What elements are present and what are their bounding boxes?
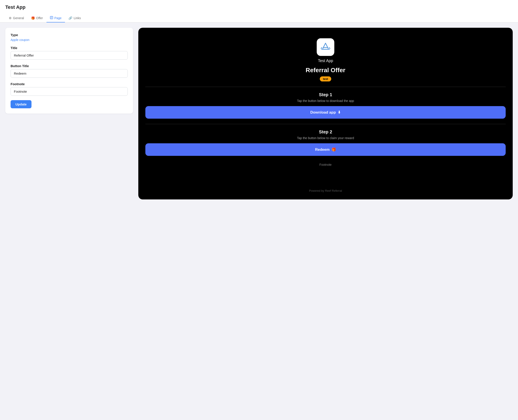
title-input[interactable] <box>11 51 128 60</box>
redeem-btn-label: Redeem <box>315 148 329 152</box>
preview-app-name: Test App <box>318 59 333 63</box>
download-app-button[interactable]: Download app ⬇ <box>145 106 506 119</box>
tab-offer-label: Offer <box>36 16 43 20</box>
type-value: Apple coupon <box>11 38 128 42</box>
button-title-input[interactable] <box>11 69 128 78</box>
title-label: Title <box>11 46 128 50</box>
step2-title: Step 2 <box>319 129 332 135</box>
divider-1 <box>145 87 506 87</box>
tab-offer[interactable]: 🎁 Offer <box>28 14 46 22</box>
tab-general-label: General <box>13 16 24 20</box>
step2-desc: Tap the button below to claim your rewar… <box>297 136 354 140</box>
svg-rect-1 <box>319 41 332 53</box>
divider-2 <box>145 124 506 124</box>
tab-page-label: Page <box>54 16 62 20</box>
preview-title: Referral Offer <box>306 67 346 74</box>
step1-title: Step 1 <box>319 92 332 97</box>
main-content: Type Apple coupon Title Button Title Foo… <box>0 22 518 205</box>
preview-badge: test <box>320 76 331 82</box>
type-label: Type <box>11 33 128 37</box>
tab-page[interactable]: Page <box>46 14 65 22</box>
powered-by: Powered by Reef Referral <box>309 189 342 192</box>
download-btn-label: Download app <box>310 110 336 115</box>
tab-general[interactable]: ⚙ General <box>5 14 28 22</box>
redeem-button[interactable]: Redeem 🎁 <box>145 143 506 156</box>
footnote-group: Footnote <box>11 82 128 96</box>
header: Test App ⚙ General 🎁 Offer Page 🔗 Links <box>0 0 518 22</box>
download-icon: ⬇ <box>338 110 341 115</box>
page-icon <box>50 16 53 20</box>
links-icon: 🔗 <box>69 16 72 20</box>
general-icon: ⚙ <box>9 16 12 20</box>
app-title: Test App <box>5 4 513 10</box>
footnote-input[interactable] <box>11 87 128 96</box>
footnote-label: Footnote <box>11 82 128 86</box>
button-title-label: Button Title <box>11 64 128 68</box>
preview-panel: Test App Referral Offer test Step 1 Tap … <box>138 28 513 199</box>
offer-icon: 🎁 <box>31 16 35 20</box>
tab-links[interactable]: 🔗 Links <box>65 14 84 22</box>
tabs-nav: ⚙ General 🎁 Offer Page 🔗 Links <box>5 14 513 22</box>
step1-desc: Tap the button below to download the app <box>297 99 354 103</box>
gift-icon: 🎁 <box>331 147 336 152</box>
tab-links-label: Links <box>74 16 81 20</box>
button-title-group: Button Title <box>11 64 128 78</box>
form-panel: Type Apple coupon Title Button Title Foo… <box>5 28 133 113</box>
preview-footnote: Footnote <box>319 163 331 166</box>
app-icon-wrapper <box>317 38 334 56</box>
app-store-icon <box>319 41 332 53</box>
type-group: Type Apple coupon <box>11 33 128 42</box>
title-group: Title <box>11 46 128 60</box>
update-button[interactable]: Update <box>11 100 31 108</box>
